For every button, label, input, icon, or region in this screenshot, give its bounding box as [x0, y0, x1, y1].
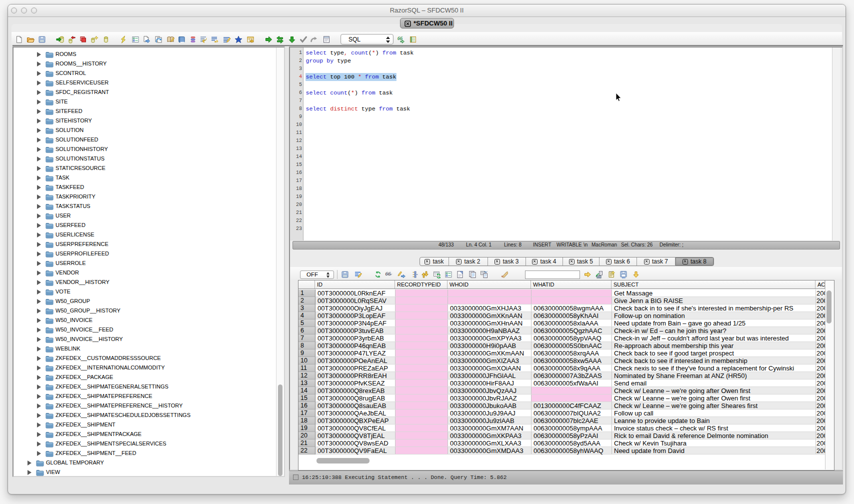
- svg-text:66: 66: [398, 36, 402, 41]
- svg-text:66: 66: [386, 270, 392, 276]
